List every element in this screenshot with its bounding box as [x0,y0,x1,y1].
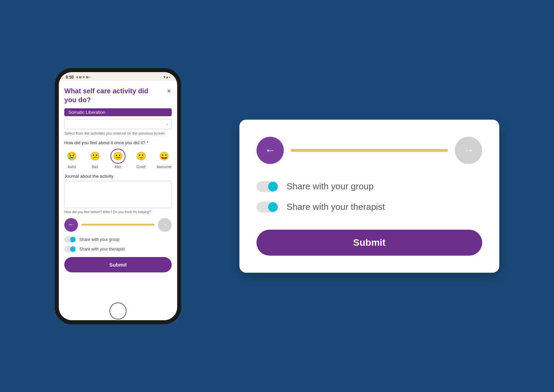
emoji-awesome[interactable]: 😄 Awesome [157,149,172,169]
helper-text: Select from the activities you entered o… [64,131,172,135]
share-therapist-row: Share with your therapist [64,246,172,252]
card-next-button[interactable]: → [455,137,482,164]
submit-button[interactable]: Submit [64,257,172,272]
card-share-therapist-row: Share with your therapist [256,202,482,213]
share-group-row: Share with your group [64,236,172,243]
card-prev-button[interactable]: ← [256,137,284,164]
card-share-group-toggle[interactable] [256,181,278,192]
progress-bar [81,224,155,226]
card-toggle-thumb-therapist [268,202,278,212]
status-time: 8:50 ♥ M ✕ M • [66,75,91,80]
scene: 8:50 ♥ M ✕ M • ▾ ▴ ▪ What self care acti… [55,34,499,359]
activity-tag: Somatic Liberation [64,108,172,116]
share-group-toggle[interactable] [64,236,76,243]
status-icons: ▾ ▴ ▪ [163,75,170,79]
feeling-question: How did you feel about it once you did i… [64,140,172,145]
phone-content: What self care activity did you do? × So… [59,81,177,320]
journal-input[interactable] [64,181,172,208]
card-share-section: Share with your group Share with your th… [256,181,482,213]
share-group-label: Share with your group [79,237,119,242]
card-submit-button[interactable]: Submit [256,230,482,256]
home-button[interactable] [109,302,127,320]
share-therapist-label: Share with your therapist [79,247,125,252]
phone-device: 8:50 ♥ M ✕ M • ▾ ▴ ▪ What self care acti… [55,68,181,324]
card-share-group-label: Share with your group [287,181,373,192]
toggle-thumb-2 [70,246,76,252]
expanded-card: ← → Share with your group Share with you… [239,120,499,273]
phone-title: What self care activity did you do? [64,86,160,104]
emoji-meh[interactable]: 😐 Meh [110,149,126,169]
share-therapist-toggle[interactable] [64,246,76,252]
card-share-group-row: Share with your group [256,181,482,192]
close-button[interactable]: × [166,86,172,96]
card-share-therapist-label: Share with your therapist [287,202,385,212]
phone-screen: 8:50 ♥ M ✕ M • ▾ ▴ ▪ What self care acti… [59,72,177,320]
phone-header: What self care activity did you do? × [64,86,172,104]
emoji-good[interactable]: 🙂 Good! [134,149,149,169]
prev-button[interactable]: ← [64,218,78,232]
next-button[interactable]: → [158,218,172,232]
emoji-row: 😢 Awful 😕 Bad 😐 Meh 🙂 Good! [64,149,172,169]
activity-dropdown[interactable]: › [64,119,172,129]
card-share-therapist-toggle[interactable] [256,202,278,213]
card-progress-bar [291,149,448,152]
nav-row: ← → [64,218,172,232]
emoji-awful[interactable]: 😢 Awful [64,149,79,169]
card-toggle-thumb-group [268,182,278,191]
toggle-thumb [70,237,76,242]
emoji-bad[interactable]: 😕 Bad [88,149,103,169]
journal-helper: How did you feel before? After? Do you t… [64,210,172,214]
card-nav-row: ← → [256,137,482,164]
journal-label: Journal about the activity [64,174,172,179]
status-bar: 8:50 ♥ M ✕ M • ▾ ▴ ▪ [59,72,177,81]
